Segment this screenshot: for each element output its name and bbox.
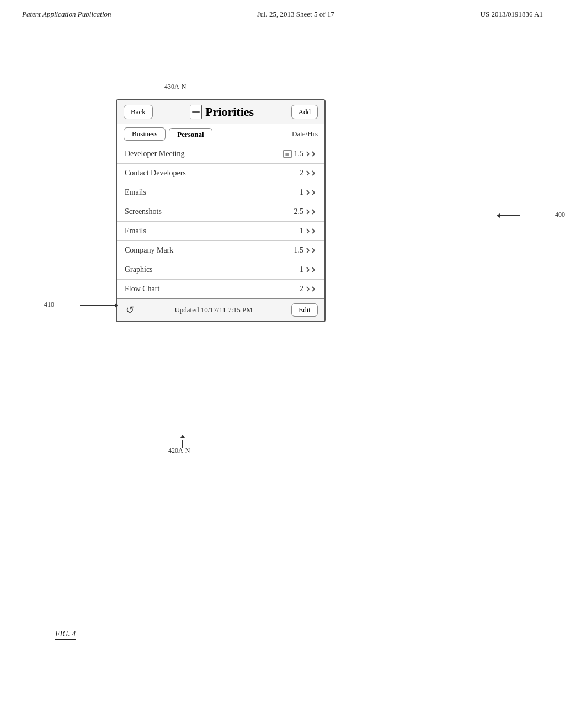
- item-name: Contact Developers: [125, 169, 186, 178]
- chevron-icon: [306, 188, 317, 197]
- header-right: US 2013/0191836 A1: [481, 10, 543, 19]
- item-hours: 2.5: [294, 207, 304, 216]
- list-item[interactable]: Emails 1: [117, 183, 324, 202]
- arrow-420-head: [180, 435, 185, 438]
- label-400: 400: [555, 211, 565, 219]
- item-name: Graphics: [125, 265, 153, 274]
- header-left: Patent Application Publication: [22, 10, 111, 19]
- document-icon: [190, 105, 202, 119]
- list-item[interactable]: Emails 1: [117, 222, 324, 241]
- updated-text: Updated 10/17/11 7:15 PM: [174, 306, 252, 314]
- title-area: Priorities: [190, 105, 254, 119]
- item-name: Emails: [125, 227, 146, 235]
- item-name: Screenshots: [125, 207, 162, 216]
- item-hours: 1: [300, 188, 303, 197]
- list-item[interactable]: Contact Developers 2: [117, 164, 324, 183]
- arrow-420-line: [182, 440, 183, 448]
- edit-button[interactable]: Edit: [291, 303, 318, 317]
- refresh-icon: ↺: [124, 304, 136, 316]
- item-hours: 1.5: [294, 246, 304, 255]
- patent-header: Patent Application Publication Jul. 25, …: [0, 0, 565, 19]
- item-hours: 2: [300, 169, 303, 178]
- list-item[interactable]: Company Mark 1.5: [117, 241, 324, 260]
- list-item[interactable]: Developer Meeting ▦ 1.5: [117, 144, 324, 164]
- row-right: 1.5: [294, 246, 317, 255]
- chevron-icon: [306, 149, 317, 158]
- chevron-icon: [306, 227, 317, 235]
- doc-line-3: [192, 114, 200, 115]
- arrow-400-line: [498, 215, 520, 216]
- label-410: 410: [44, 301, 54, 309]
- row-right: 1: [300, 227, 317, 235]
- chevron-icon: [306, 265, 317, 274]
- chevron-icon: [306, 246, 317, 255]
- item-hours: 1.5: [294, 149, 304, 158]
- chevron-icon: [306, 169, 317, 178]
- doc-line-1: [192, 110, 200, 111]
- footer-bar: ↺ Updated 10/17/11 7:15 PM Edit: [117, 298, 324, 321]
- item-hours: 1: [300, 227, 303, 235]
- arrow-410-head: [115, 303, 118, 308]
- tabs-row: Business Personal Date/Hrs: [117, 124, 324, 144]
- list-item[interactable]: Graphics 1: [117, 260, 324, 280]
- list-item[interactable]: Flow Chart 2: [117, 280, 324, 298]
- chevron-icon: [306, 285, 317, 293]
- back-button[interactable]: Back: [124, 105, 153, 119]
- item-name: Flow Chart: [125, 285, 159, 293]
- list-container: Developer Meeting ▦ 1.5 Contact Develope…: [117, 144, 324, 298]
- tab-business[interactable]: Business: [124, 127, 166, 141]
- row-right: 2.5: [294, 207, 317, 216]
- arrow-410-line: [80, 305, 116, 306]
- arrow-400-head: [497, 213, 500, 218]
- item-hours: 2: [300, 285, 303, 293]
- figure-label: FIG. 4: [55, 630, 76, 640]
- title-bar: Back Priorities Add: [117, 100, 324, 124]
- list-item[interactable]: Screenshots 2.5: [117, 202, 324, 222]
- phone-mockup: Back Priorities Add Business Personal Da…: [116, 99, 326, 322]
- header-center: Jul. 25, 2013 Sheet 5 of 17: [257, 10, 334, 19]
- row-right: 2: [300, 285, 317, 293]
- item-name: Developer Meeting: [125, 149, 184, 158]
- label-420an: 420A-N: [168, 447, 190, 455]
- row-right: ▦ 1.5: [283, 149, 317, 158]
- item-name: Emails: [125, 188, 146, 197]
- row-right: 2: [300, 169, 317, 178]
- add-button[interactable]: Add: [291, 105, 318, 119]
- doc-line-2: [192, 111, 200, 113]
- item-name: Company Mark: [125, 246, 173, 255]
- row-right: 1: [300, 265, 317, 274]
- label-430an: 430A-N: [164, 83, 186, 91]
- chevron-icon: [306, 207, 317, 216]
- tab-personal[interactable]: Personal: [169, 128, 212, 141]
- date-hrs-label: Date/Hrs: [292, 130, 318, 138]
- row-right: 1: [300, 188, 317, 197]
- item-hours: 1: [300, 265, 303, 274]
- calendar-icon: ▦: [283, 150, 292, 158]
- page-title: Priorities: [205, 105, 254, 119]
